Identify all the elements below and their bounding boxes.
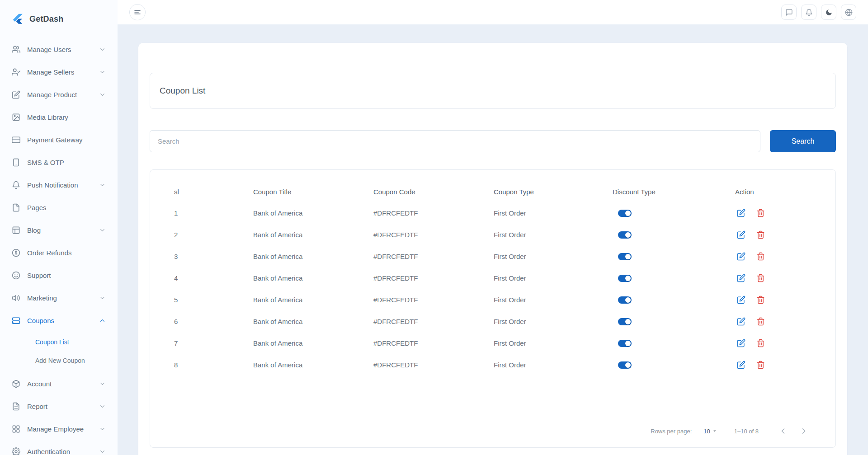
cell-discount-type xyxy=(613,267,735,289)
cell-action xyxy=(735,245,835,267)
moon-icon xyxy=(825,9,833,16)
delete-button[interactable] xyxy=(756,252,765,261)
sidebar-item-support[interactable]: Support xyxy=(0,264,118,286)
discount-toggle[interactable] xyxy=(618,318,632,325)
cell-action xyxy=(735,354,835,375)
sidebar-item-label: Media Library xyxy=(27,113,106,121)
cell-coupon-title: Bank of America xyxy=(253,224,373,245)
sidebar-item-manage-users[interactable]: Manage Users xyxy=(0,38,118,61)
edit-button[interactable] xyxy=(737,230,745,239)
delete-button[interactable] xyxy=(756,317,765,326)
search-row: Search xyxy=(150,130,836,152)
delete-button[interactable] xyxy=(756,361,765,369)
discount-toggle[interactable] xyxy=(618,361,632,369)
edit-button[interactable] xyxy=(737,361,745,369)
cell-coupon-title: Bank of America xyxy=(253,354,373,375)
sidebar-item-media-library[interactable]: Media Library xyxy=(0,106,118,128)
sidebar-item-label: Report xyxy=(27,403,92,410)
table-row: 7Bank of America#DFRCFEDTFFirst Order xyxy=(150,332,835,354)
sidebar-item-label: Authentication xyxy=(27,448,92,455)
search-input[interactable] xyxy=(150,130,760,152)
coupon-table-card: sl Coupon Title Coupon Code Coupon Type … xyxy=(150,169,836,448)
edit-button[interactable] xyxy=(737,274,745,282)
delete-button[interactable] xyxy=(756,339,765,347)
rows-per-page-select[interactable]: 10 xyxy=(703,428,717,435)
sidebar-item-sms-otp[interactable]: SMS & OTP xyxy=(0,151,118,174)
topbar xyxy=(118,0,868,24)
sidebar-item-label: Manage Sellers xyxy=(27,68,92,76)
cell-discount-type xyxy=(613,289,735,310)
chevron-down-icon xyxy=(99,227,106,234)
discount-toggle[interactable] xyxy=(618,253,632,260)
cell-coupon-type: First Order xyxy=(494,224,613,245)
account-icon xyxy=(12,380,20,388)
delete-button[interactable] xyxy=(756,209,765,217)
cell-discount-type xyxy=(613,332,735,354)
sidebar-item-account[interactable]: Account xyxy=(0,372,118,395)
cell-coupon-code: #DFRCFEDTF xyxy=(373,332,494,354)
sidebar-item-marketing[interactable]: Marketing xyxy=(0,286,118,309)
dark-mode-button[interactable] xyxy=(821,5,836,20)
delete-button[interactable] xyxy=(756,296,765,304)
edit-button[interactable] xyxy=(737,317,745,326)
sidebar-toggle-button[interactable] xyxy=(129,4,146,20)
chevron-down-icon xyxy=(99,426,106,432)
col-header-coupon-type: Coupon Type xyxy=(494,170,613,202)
language-button[interactable] xyxy=(841,5,856,20)
sidebar-item-manage-product[interactable]: Manage Product xyxy=(0,83,118,106)
sidebar-item-order-refunds[interactable]: Order Refunds xyxy=(0,241,118,264)
discount-toggle[interactable] xyxy=(618,340,632,347)
chevron-right-icon xyxy=(799,427,808,436)
sidebar-item-pages[interactable]: Pages xyxy=(0,196,118,219)
sidebar-item-label: SMS & OTP xyxy=(27,159,106,166)
chevron-down-icon xyxy=(99,46,106,53)
edit-button[interactable] xyxy=(737,209,745,217)
page-title-card: Coupon List xyxy=(150,73,836,109)
next-page-button[interactable] xyxy=(799,427,808,436)
delete-button[interactable] xyxy=(756,230,765,239)
sidebar-item-manage-employee[interactable]: Manage Employee xyxy=(0,417,118,440)
cell-coupon-type: First Order xyxy=(494,332,613,354)
table-row: 5Bank of America#DFRCFEDTFFirst Order xyxy=(150,289,835,310)
chevron-down-icon xyxy=(99,91,106,98)
edit-button[interactable] xyxy=(737,296,745,304)
cell-discount-type xyxy=(613,310,735,332)
cell-sl: 8 xyxy=(150,354,253,375)
table-header-row: sl Coupon Title Coupon Code Coupon Type … xyxy=(150,170,835,202)
globe-icon xyxy=(845,9,853,16)
sidebar-subitem-add-new-coupon[interactable]: Add New Coupon xyxy=(0,351,118,370)
chevron-down-icon xyxy=(99,380,106,387)
discount-toggle[interactable] xyxy=(618,275,632,282)
pagination-range: 1–10 of 8 xyxy=(734,428,759,435)
sidebar-item-manage-sellers[interactable]: Manage Sellers xyxy=(0,61,118,83)
edit-button[interactable] xyxy=(737,339,745,347)
delete-button[interactable] xyxy=(756,274,765,282)
cell-discount-type xyxy=(613,224,735,245)
cell-action xyxy=(735,289,835,310)
sidebar-subitem-coupon-list[interactable]: Coupon List xyxy=(0,333,118,351)
col-header-discount-type: Discount Type xyxy=(613,170,735,202)
users-icon xyxy=(12,45,20,54)
discount-toggle[interactable] xyxy=(618,210,632,217)
previous-page-button[interactable] xyxy=(778,427,788,436)
discount-toggle[interactable] xyxy=(618,231,632,239)
messages-button[interactable] xyxy=(781,5,797,20)
search-button[interactable]: Search xyxy=(770,130,836,152)
pagination: Rows per page: 10 1–10 of 8 xyxy=(150,427,835,447)
sidebar-nav: Manage UsersManage SellersManage Product… xyxy=(0,38,118,455)
sidebar-item-blog[interactable]: Blog xyxy=(0,219,118,241)
sidebar-item-report[interactable]: Report xyxy=(0,395,118,417)
cell-coupon-code: #DFRCFEDTF xyxy=(373,245,494,267)
file-icon xyxy=(12,203,20,212)
discount-toggle[interactable] xyxy=(618,296,632,304)
sidebar-item-label: Blog xyxy=(27,226,92,234)
sidebar-item-coupons[interactable]: Coupons xyxy=(0,309,118,332)
table-row: 2Bank of America#DFRCFEDTFFirst Order xyxy=(150,224,835,245)
sidebar-item-payment-gateway[interactable]: Payment Gateway xyxy=(0,128,118,151)
sidebar-item-authentication[interactable]: Authentication xyxy=(0,440,118,455)
edit-button[interactable] xyxy=(737,252,745,261)
bell-icon xyxy=(805,9,813,16)
sidebar-item-push-notification[interactable]: Push Notification xyxy=(0,174,118,196)
notifications-button[interactable] xyxy=(801,5,816,20)
user-check-icon xyxy=(12,68,20,76)
